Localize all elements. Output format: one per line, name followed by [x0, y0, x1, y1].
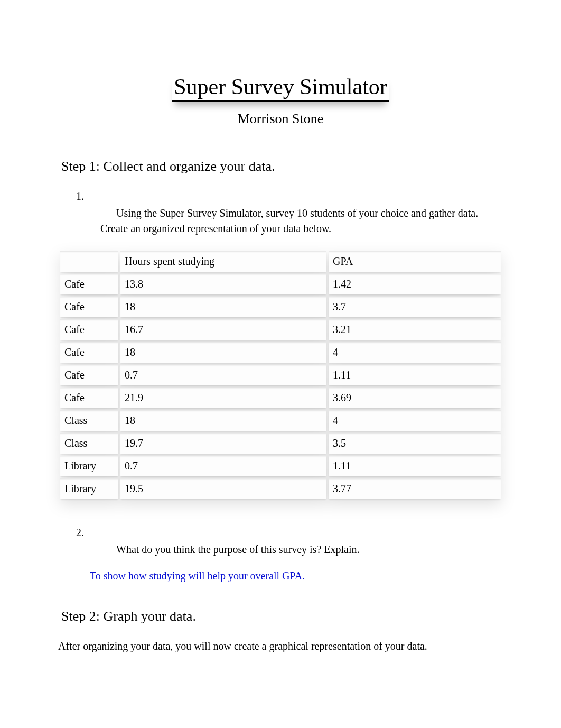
cell-location: Cafe [60, 342, 118, 363]
cell-hours: 0.7 [120, 365, 326, 385]
cell-gpa: 3.7 [329, 297, 501, 317]
table-row: Class184 [60, 410, 501, 431]
table-row: Cafe13.81.42 [60, 274, 501, 294]
cell-location: Library [60, 456, 118, 476]
cell-hours: 16.7 [120, 319, 326, 340]
cell-hours: 0.7 [120, 456, 326, 476]
cell-gpa: 3.69 [329, 388, 501, 408]
q2-answer: To show how studying will help your over… [90, 570, 503, 582]
cell-gpa: 4 [329, 410, 501, 431]
table-row: Library19.53.77 [60, 478, 501, 499]
step2-intro: After organizing your data, you will now… [58, 640, 503, 652]
cell-hours: 19.5 [120, 478, 326, 499]
cell-hours: 19.7 [120, 433, 326, 454]
cell-hours: 21.9 [120, 388, 326, 408]
table-row: Cafe183.7 [60, 297, 501, 317]
col-header-location [60, 251, 118, 272]
step1-heading: Step 1: Collect and organize your data. [61, 159, 503, 174]
cell-gpa: 3.5 [329, 433, 501, 454]
cell-location: Class [60, 410, 118, 431]
data-table-wrap: Hours spent studying GPA Cafe13.81.42Caf… [58, 249, 503, 501]
table-row: Cafe184 [60, 342, 501, 363]
col-header-hours: Hours spent studying [120, 251, 326, 272]
cell-gpa: 4 [329, 342, 501, 363]
cell-gpa: 1.11 [329, 456, 501, 476]
author-name: Morrison Stone [58, 111, 503, 127]
table-row: Class19.73.5 [60, 433, 501, 454]
step2-heading: Step 2: Graph your data. [61, 609, 503, 624]
cell-location: Library [60, 478, 118, 499]
cell-location: Cafe [60, 365, 118, 385]
col-header-gpa: GPA [329, 251, 501, 272]
table-row: Cafe16.73.21 [60, 319, 501, 340]
cell-gpa: 3.21 [329, 319, 501, 340]
cell-gpa: 1.11 [329, 365, 501, 385]
cell-location: Cafe [60, 297, 118, 317]
data-table: Hours spent studying GPA Cafe13.81.42Caf… [58, 249, 503, 501]
cell-gpa: 3.77 [329, 478, 501, 499]
table-row: Cafe21.93.69 [60, 388, 501, 408]
table-row: Library0.71.11 [60, 456, 501, 476]
cell-hours: 18 [120, 342, 326, 363]
cell-gpa: 1.42 [329, 274, 501, 294]
q2-number: 2. [76, 527, 503, 539]
cell-location: Cafe [60, 388, 118, 408]
cell-location: Class [60, 433, 118, 454]
q2-text: What do you think the purpose of this su… [100, 542, 482, 557]
q1-number: 1. [76, 190, 503, 202]
cell-location: Cafe [60, 319, 118, 340]
table-row: Cafe0.71.11 [60, 365, 501, 385]
page-title: Super Survey Simulator [172, 74, 389, 102]
cell-hours: 13.8 [120, 274, 326, 294]
q1-text: Using the Super Survey Simulator, survey… [100, 206, 482, 236]
cell-hours: 18 [120, 297, 326, 317]
cell-location: Cafe [60, 274, 118, 294]
cell-hours: 18 [120, 410, 326, 431]
table-header-row: Hours spent studying GPA [60, 251, 501, 272]
